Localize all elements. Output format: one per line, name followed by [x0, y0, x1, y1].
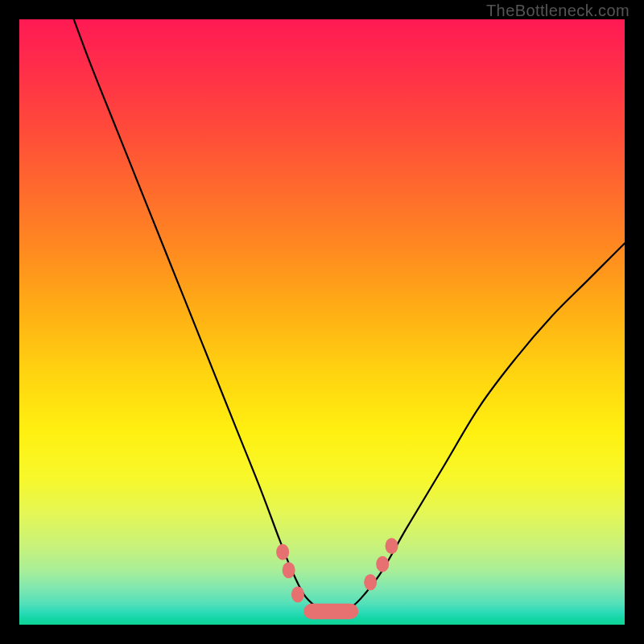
- curve-markers: [276, 538, 398, 602]
- bottleneck-curve-line: [74, 19, 625, 613]
- plot-area: [19, 19, 625, 625]
- attribution-watermark: TheBottleneck.com: [486, 2, 630, 20]
- curve-marker: [276, 544, 289, 560]
- bottleneck-chart: TheBottleneck.com: [0, 0, 644, 644]
- curve-marker: [283, 562, 295, 578]
- curve-layer: [19, 19, 625, 625]
- curve-marker: [376, 556, 389, 572]
- curve-marker: [385, 538, 398, 554]
- curve-marker: [364, 574, 377, 590]
- trough-marker-band: [303, 604, 358, 620]
- curve-marker: [291, 586, 304, 602]
